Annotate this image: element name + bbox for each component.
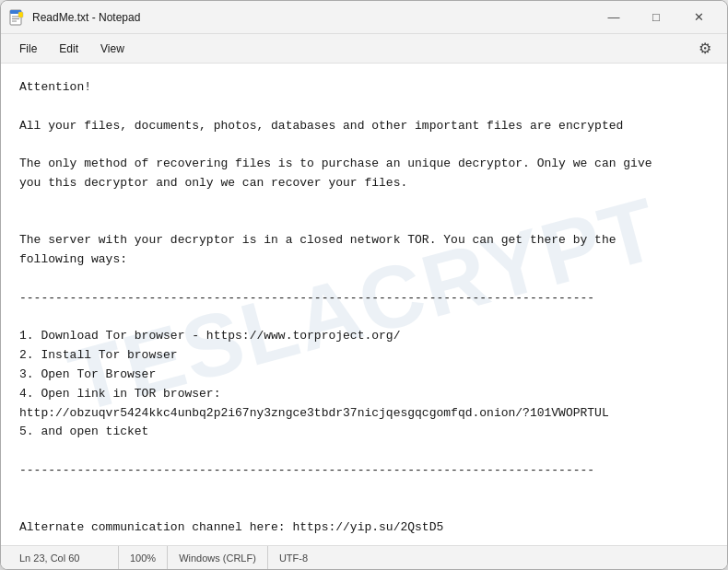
- settings-icon[interactable]: ⚙: [690, 36, 720, 62]
- status-encoding: UTF-8: [268, 546, 319, 569]
- window-title: ReadMe.txt - Notepad: [32, 11, 593, 24]
- menu-bar: File Edit View ⚙: [1, 34, 727, 64]
- close-button[interactable]: ✕: [677, 3, 720, 32]
- status-bar: Ln 23, Col 60 100% Windows (CRLF) UTF-8: [1, 545, 727, 569]
- status-zoom: 100%: [119, 546, 168, 569]
- title-bar-buttons: — □ ✕: [593, 3, 720, 32]
- text-content[interactable]: Attention! All your files, documents, ph…: [1, 64, 727, 545]
- text-area-wrapper: TESLACRYPT Attention! All your files, do…: [1, 64, 727, 545]
- title-bar: ReadMe.txt - Notepad — □ ✕: [1, 1, 727, 34]
- minimize-button[interactable]: —: [593, 3, 635, 32]
- notepad-window: ReadMe.txt - Notepad — □ ✕ File Edit Vie…: [0, 0, 728, 570]
- maximize-button[interactable]: □: [635, 3, 677, 32]
- status-line-ending: Windows (CRLF): [168, 546, 268, 569]
- menu-view[interactable]: View: [89, 39, 135, 59]
- notepad-icon: [8, 9, 25, 26]
- menu-edit[interactable]: Edit: [48, 39, 89, 59]
- svg-rect-5: [18, 12, 23, 17]
- menu-file[interactable]: File: [8, 39, 48, 59]
- status-position: Ln 23, Col 60: [8, 546, 119, 569]
- menu-items: File Edit View: [8, 39, 135, 59]
